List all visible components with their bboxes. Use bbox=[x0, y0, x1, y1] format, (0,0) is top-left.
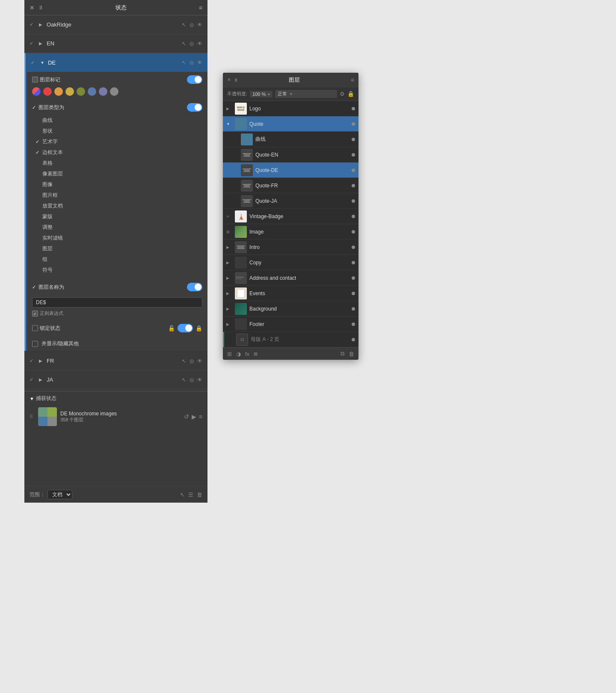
type-item-curve[interactable]: 曲线 bbox=[32, 115, 202, 126]
state-row-fr[interactable]: ✓ ▶ FR ↖ ◎ 👁 bbox=[24, 352, 207, 370]
layer-item-copy[interactable]: ▶ Copy bbox=[223, 255, 358, 270]
pause-icon[interactable]: ⏸ bbox=[38, 4, 44, 11]
blend-mode[interactable]: 正常 ▾ bbox=[275, 90, 337, 98]
duplicate-icon[interactable]: ⧉ bbox=[341, 350, 344, 357]
layer-item-quote-en[interactable]: Quote-EN bbox=[223, 147, 358, 163]
type-item-livefilter[interactable]: 实时滤镜 bbox=[32, 233, 202, 243]
state-row-oakridge[interactable]: ✓ ▶ OakRidge ↖ ◎ 👁 bbox=[24, 15, 207, 34]
color-dot-3[interactable] bbox=[65, 87, 74, 96]
color-dot-4[interactable] bbox=[77, 87, 85, 96]
type-item-image[interactable]: 图像 bbox=[32, 179, 202, 190]
color-dot-1[interactable] bbox=[43, 87, 52, 96]
lock-open-icon[interactable]: 🔓 bbox=[168, 325, 175, 332]
mask-icon[interactable]: ◑ bbox=[236, 351, 241, 357]
settings-icon[interactable]: ⚙ bbox=[340, 91, 345, 97]
visibility-icon-ja[interactable]: 👁 bbox=[197, 377, 202, 383]
scope-select[interactable]: 文档 bbox=[47, 490, 72, 499]
visibility-icon-en[interactable]: 👁 bbox=[197, 41, 202, 47]
color-dot-7[interactable] bbox=[110, 87, 118, 96]
close-icon[interactable]: ✕ bbox=[30, 4, 35, 11]
layer-item-master[interactable]: ⊡ 母版 A - 2 页 bbox=[223, 332, 358, 347]
eye-icon-ja[interactable]: ◎ bbox=[190, 377, 194, 383]
color-dot-6[interactable] bbox=[99, 87, 107, 96]
layer-item-address[interactable]: ▶ Address and contact bbox=[223, 270, 358, 286]
capture-count: 358 个图层 bbox=[60, 417, 181, 423]
lock-closed-icon[interactable]: 🔒 bbox=[195, 325, 202, 332]
state-row-en[interactable]: ✓ ▶ EN ↖ ◎ 👁 bbox=[24, 34, 207, 53]
layer-item-quote-fr[interactable]: Quote-FR bbox=[223, 178, 358, 193]
eye-icon-en[interactable]: ◎ bbox=[190, 41, 194, 47]
state-row-de-inner[interactable]: ✓ ▼ DE ↖ ◎ 👁 bbox=[26, 53, 207, 72]
cursor-icon-en[interactable]: ↖ bbox=[182, 41, 186, 47]
type-item-shape[interactable]: 形状 bbox=[32, 126, 202, 136]
fx-icon[interactable]: fx bbox=[245, 351, 249, 357]
type-item-layer[interactable]: 图层 bbox=[32, 243, 202, 254]
color-dot-2[interactable] bbox=[54, 87, 63, 96]
layer-item-background[interactable]: ▶ Background bbox=[223, 301, 358, 317]
layer-item-intro[interactable]: ▶ Intro bbox=[223, 240, 358, 255]
lock-toggle[interactable] bbox=[178, 324, 193, 332]
delete-layer-icon[interactable]: 🗑 bbox=[349, 351, 354, 357]
layer-item-curve[interactable]: " 曲线 bbox=[223, 132, 358, 147]
layers-menu-icon[interactable]: ≡ bbox=[351, 77, 354, 83]
cursor-icon-de[interactable]: ↖ bbox=[182, 59, 186, 65]
state-row-ja[interactable]: ✓ ▶ JA ↖ ◎ 👁 bbox=[24, 370, 207, 389]
opacity-value[interactable]: 100 % ▾ bbox=[250, 91, 272, 98]
type-item-frametext[interactable]: ✓边框文本 bbox=[32, 147, 202, 158]
type-item-pixellayer[interactable]: 像素图层 bbox=[32, 169, 202, 179]
eye-icon-oakridge[interactable]: ◎ bbox=[190, 22, 194, 28]
layer-mark-toggle[interactable] bbox=[187, 75, 202, 84]
visibility-icon-oakridge[interactable]: 👁 bbox=[197, 22, 202, 28]
layer-item-logo[interactable]: ▶ MAPLEWOOD Logo bbox=[223, 101, 358, 116]
type-item-picframe[interactable]: 图片框 bbox=[32, 190, 202, 201]
layer-item-events[interactable]: ▶ Events bbox=[223, 286, 358, 301]
add-layer-icon[interactable]: ⊞ bbox=[227, 351, 232, 357]
layer-type-toggle[interactable] bbox=[187, 103, 202, 112]
layer-item-quote-de[interactable]: Quote-DE bbox=[223, 163, 358, 178]
capture-play-icon[interactable]: ▶ bbox=[192, 413, 196, 420]
eye-icon-fr[interactable]: ◎ bbox=[190, 358, 194, 364]
layer-name-section: ✓ 图层名称为 ✓ 正则表达式 bbox=[27, 279, 207, 320]
menu-icon[interactable]: ≡ bbox=[199, 4, 202, 11]
capture-undo-icon[interactable]: ↺ bbox=[184, 413, 189, 420]
type-item-adjust[interactable]: 调整 bbox=[32, 222, 202, 233]
regex-checkbox[interactable]: ✓ bbox=[32, 311, 38, 317]
footer-arrow-icon[interactable]: ↖ bbox=[180, 492, 185, 498]
cursor-icon-fr[interactable]: ↖ bbox=[182, 358, 186, 364]
show-hide-checkbox[interactable] bbox=[32, 341, 38, 347]
type-item-symbol[interactable]: 符号 bbox=[32, 265, 202, 275]
type-item-placedoc[interactable]: 放置文档 bbox=[32, 201, 202, 211]
layer-item-footer[interactable]: ▶ Footer bbox=[223, 317, 358, 332]
state-row-de[interactable]: ✓ ▼ DE ↖ ◎ 👁 图层标记 bbox=[24, 53, 207, 351]
adjustment-icon[interactable]: ⊠ bbox=[254, 351, 258, 357]
layer-mark-header: 图层标记 bbox=[32, 75, 202, 84]
eye-icon-de[interactable]: ◎ bbox=[190, 59, 194, 65]
footer-delete-icon[interactable]: 🗑 bbox=[197, 492, 202, 498]
type-item-table[interactable]: 表格 bbox=[32, 158, 202, 169]
color-dot-5[interactable] bbox=[88, 87, 96, 96]
type-item-artword[interactable]: ✓艺术字 bbox=[32, 136, 202, 147]
layer-name-toggle[interactable] bbox=[187, 283, 202, 291]
cursor-icon-oakridge[interactable]: ↖ bbox=[182, 22, 186, 28]
layers-panel: ✕ ⏸ 图层 ≡ 不透明度: 100 % ▾ 正常 ▾ ⚙ 🔒 ▶ MAPLEW… bbox=[223, 73, 358, 360]
layer-item-vintage-badge[interactable]: ✂ 🗼 Vintage-Badge bbox=[223, 209, 358, 224]
layer-item-quote[interactable]: ▼ " Quote bbox=[223, 116, 358, 132]
layer-item-image[interactable]: ⊞ Image bbox=[223, 224, 358, 240]
color-dot-0[interactable] bbox=[32, 87, 41, 96]
layers-close-icon[interactable]: ✕ bbox=[227, 77, 231, 83]
visibility-icon-fr[interactable]: 👁 bbox=[197, 358, 202, 364]
lock-layers-icon[interactable]: 🔒 bbox=[347, 91, 354, 97]
type-item-group[interactable]: 组 bbox=[32, 254, 202, 265]
layer-mark-checkbox[interactable] bbox=[32, 77, 38, 83]
capture-more-icon[interactable]: ≡ bbox=[199, 413, 202, 420]
layer-name-input[interactable] bbox=[32, 297, 202, 308]
cursor-icon-ja[interactable]: ↖ bbox=[182, 377, 186, 383]
footer-list-icon[interactable]: ☰ bbox=[188, 492, 193, 498]
layer-item-quote-ja[interactable]: Quote-JA bbox=[223, 193, 358, 209]
lock-checkbox[interactable] bbox=[32, 325, 38, 331]
ct2 bbox=[47, 407, 57, 417]
layers-pause-icon[interactable]: ⏸ bbox=[234, 77, 238, 83]
visibility-icon-de[interactable]: 👁 bbox=[197, 59, 202, 65]
type-item-mask[interactable]: 蒙版 bbox=[32, 211, 202, 222]
layer-name-intro: Intro bbox=[249, 244, 352, 250]
